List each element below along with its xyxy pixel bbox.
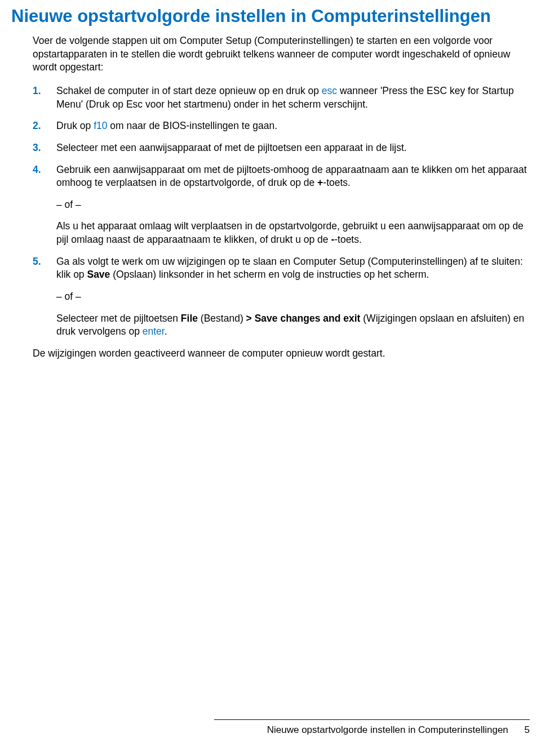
step-or: – of –	[56, 290, 530, 304]
step-text: (Opslaan) linksonder in het scherm en vo…	[110, 269, 429, 280]
footer-page-number: 5	[525, 724, 530, 735]
step-text-span: (Bestand)	[198, 313, 246, 324]
step-1: 1. Schakel de computer in of start deze …	[33, 85, 530, 111]
key-f10: f10	[94, 120, 107, 131]
key-esc: esc	[322, 85, 337, 96]
step-4: 4. Gebruik een aanwijsapparaat om met de…	[33, 163, 530, 247]
steps-list: 1. Schakel de computer in of start deze …	[11, 85, 530, 339]
step-number: 3.	[33, 141, 41, 155]
ui-file: File	[181, 313, 198, 324]
footer-rule	[214, 719, 530, 720]
ui-save: Save	[87, 269, 110, 280]
step-text: Selecteer met een aanwijsapparaat of met…	[56, 142, 407, 153]
step-number: 1.	[33, 85, 41, 98]
step-number: 2.	[33, 119, 41, 133]
step-text-span: -toets.	[334, 234, 362, 245]
step-text-span: Als u het apparaat omlaag wilt verplaats…	[56, 220, 524, 245]
intro-paragraph: Voer de volgende stappen uit om Computer…	[11, 34, 530, 74]
step-text-span: .	[165, 326, 167, 337]
step-text: Gebruik een aanwijsapparaat om met de pi…	[56, 164, 527, 189]
step-2: 2. Druk op f10 om naar de BIOS-instellin…	[33, 119, 530, 133]
step-text: Schakel de computer in of start deze opn…	[56, 85, 322, 96]
step-text-span: Selecteer met de pijltoetsen	[56, 313, 181, 324]
key-plus: +	[317, 177, 323, 188]
step-number: 5.	[33, 255, 41, 269]
step-number: 4.	[33, 163, 41, 177]
page-footer: Nieuwe opstartvolgorde instellen in Comp…	[267, 724, 530, 736]
step-text: Druk op	[56, 120, 94, 131]
page-title: Nieuwe opstartvolgorde instellen in Comp…	[11, 6, 530, 26]
closing-paragraph: De wijzigingen worden geactiveerd wannee…	[11, 347, 530, 361]
ui-gt: >	[246, 313, 255, 324]
document-page: Nieuwe opstartvolgorde instellen in Comp…	[0, 0, 541, 756]
key-enter: enter	[143, 326, 165, 337]
step-text: Selecteer met de pijltoetsen File (Besta…	[56, 312, 530, 339]
step-text: om naar de BIOS-instellingen te gaan.	[107, 120, 277, 131]
step-or: – of –	[56, 198, 530, 212]
step-5: 5. Ga als volgt te werk om uw wijziginge…	[33, 255, 530, 339]
step-3: 3. Selecteer met een aanwijsapparaat of …	[33, 141, 530, 155]
ui-save-changes-exit: Save changes and exit	[255, 313, 361, 324]
step-text: Als u het apparaat omlaag wilt verplaats…	[56, 220, 530, 246]
footer-title: Nieuwe opstartvolgorde instellen in Comp…	[267, 724, 508, 735]
step-text: -toets.	[323, 177, 351, 188]
